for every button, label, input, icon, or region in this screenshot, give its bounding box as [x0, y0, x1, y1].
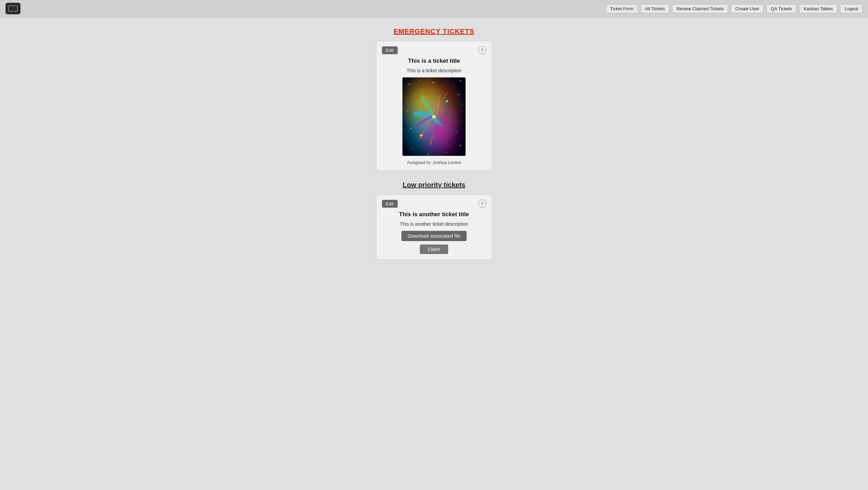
emergency-edit-button[interactable]: Edit [382, 46, 398, 54]
svg-point-12 [462, 104, 463, 105]
svg-point-15 [457, 132, 457, 132]
svg-point-6 [419, 80, 420, 81]
low-priority-ticket-description: This is another ticket description [382, 221, 486, 227]
nav-qa-tickets[interactable]: QA Tickets [766, 4, 796, 13]
svg-point-18 [428, 154, 429, 155]
nav-ticket-form[interactable]: Ticket Form [606, 4, 638, 13]
emergency-section: EMERGENCY TICKETS Edit ? This is a ticke… [7, 28, 861, 181]
svg-point-16 [460, 145, 461, 146]
emergency-assigned-to: Assigned to: Joshua Levine [382, 160, 486, 165]
nav-all-tickets[interactable]: All Tickets [641, 4, 670, 13]
emergency-ticket-card: Edit ? This is a ticket title This is a … [376, 41, 492, 171]
svg-point-10 [405, 98, 406, 98]
svg-point-7 [433, 82, 434, 83]
galaxy-svg [402, 77, 466, 156]
nav-logout[interactable]: Logout [840, 4, 863, 13]
claim-button[interactable]: Claim [420, 244, 449, 254]
svg-point-11 [458, 94, 459, 95]
emergency-ticket-description: This is a ticket description [382, 68, 486, 73]
svg-point-8 [453, 86, 454, 86]
low-priority-section-title: Low priority tickets [403, 181, 465, 189]
logo-icon [5, 3, 20, 14]
low-priority-edit-button[interactable]: Edit [382, 200, 398, 208]
low-priority-ticket-title: This is another ticket title [382, 211, 486, 218]
low-priority-ticket-card: Edit ? This is another ticket title This… [376, 194, 492, 260]
nav-create-user[interactable]: Create User [731, 4, 764, 13]
emergency-ticket-image [402, 77, 466, 156]
main-content: EMERGENCY TICKETS Edit ? This is a ticke… [0, 17, 868, 280]
svg-point-14 [411, 128, 412, 129]
download-associated-file-button[interactable]: Download associated file [401, 231, 467, 241]
navbar: Ticket Form All Tickets Review Claimed T… [0, 0, 868, 17]
svg-point-13 [407, 111, 408, 112]
emergency-ticket-title: This is a ticket title [382, 58, 486, 64]
low-priority-card-header: Edit ? [382, 199, 486, 208]
svg-point-5 [409, 84, 410, 85]
svg-point-19 [446, 152, 447, 153]
emergency-card-header: Edit ? [382, 46, 486, 54]
svg-point-9 [460, 80, 461, 81]
svg-point-17 [412, 149, 413, 149]
svg-point-23 [421, 135, 422, 136]
emergency-section-title: EMERGENCY TICKETS [394, 28, 474, 35]
nav-kanban-tables[interactable]: Kanban Tables [799, 4, 837, 13]
svg-point-25 [446, 101, 447, 102]
nav-review-claimed-tickets[interactable]: Review Claimed Tickets [672, 4, 728, 13]
emergency-help-icon[interactable]: ? [478, 46, 486, 54]
svg-point-21 [433, 116, 435, 118]
low-priority-help-icon[interactable]: ? [478, 199, 486, 208]
logo-inner [8, 5, 18, 12]
emergency-ticket-image-container [382, 77, 486, 156]
low-priority-section: Low priority tickets Edit ? This is anot… [7, 181, 861, 270]
logo [5, 3, 20, 14]
